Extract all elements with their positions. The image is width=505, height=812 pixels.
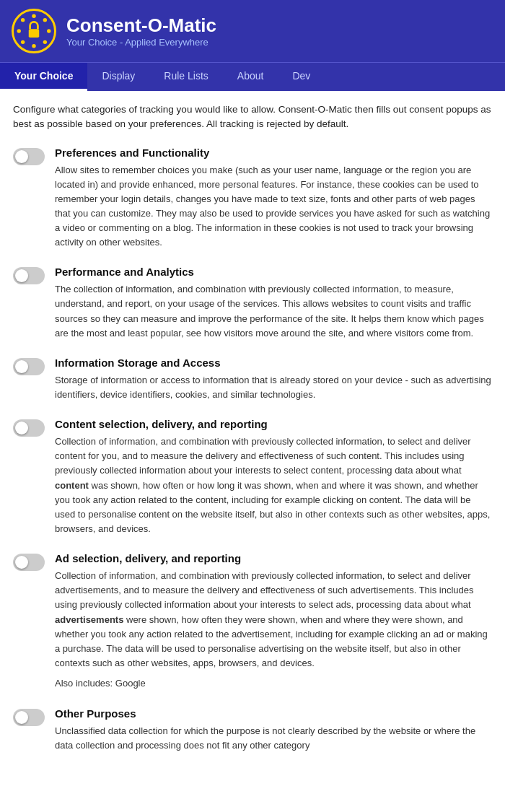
toggle-content[interactable]: [13, 419, 45, 437]
toggle-switch-storage[interactable]: [13, 358, 45, 375]
main-content: Configure what categories of tracking yo…: [0, 91, 505, 786]
svg-point-2: [47, 29, 50, 32]
toggle-switch-preferences[interactable]: [13, 148, 45, 165]
app-title: Consent-O-Matic: [66, 14, 216, 37]
logo: [12, 9, 56, 53]
category-storage: Information Storage and Access Storage o…: [13, 357, 492, 402]
category-body-ads: Ad selection, delivery, and reporting Co…: [55, 552, 492, 691]
category-other: Other Purposes Unclassified data collect…: [13, 707, 492, 753]
svg-point-6: [17, 29, 21, 32]
toggle-performance[interactable]: [13, 267, 45, 284]
svg-point-7: [21, 18, 25, 22]
header: Consent-O-Matic Your Choice - Applied Ev…: [0, 0, 505, 62]
toggle-switch-ads[interactable]: [13, 554, 45, 571]
category-desc-other: Unclassified data collection for which t…: [55, 724, 492, 753]
category-body-other: Other Purposes Unclassified data collect…: [55, 707, 492, 753]
intro-text: Configure what categories of tracking yo…: [13, 102, 492, 132]
category-ads: Ad selection, delivery, and reporting Co…: [13, 552, 492, 691]
toggle-other[interactable]: [13, 709, 45, 726]
desc-bold-ads: advertisements: [55, 614, 123, 625]
nav-about[interactable]: About: [223, 63, 278, 91]
toggle-switch-other[interactable]: [13, 709, 45, 726]
svg-point-5: [21, 40, 25, 44]
category-preferences: Preferences and Functionality Allow site…: [13, 147, 492, 250]
toggle-ads[interactable]: [13, 554, 45, 571]
svg-point-4: [32, 44, 35, 48]
app-subtitle: Your Choice - Applied Everywhere: [66, 37, 216, 48]
svg-point-1: [43, 18, 47, 22]
desc-bold-content: content: [55, 480, 89, 491]
category-desc-storage: Storage of information or access to info…: [55, 373, 492, 402]
svg-rect-8: [29, 29, 39, 38]
category-body-performance: Performance and Analytics The collection…: [55, 266, 492, 341]
also-includes-ads: Also includes: Google: [55, 676, 492, 691]
category-desc-ads: Collection of information, and combinati…: [55, 569, 492, 671]
svg-point-3: [43, 40, 47, 44]
category-title-content: Content selection, delivery, and reporti…: [55, 418, 492, 430]
toggle-switch-performance[interactable]: [13, 267, 45, 284]
category-body-preferences: Preferences and Functionality Allow site…: [55, 147, 492, 250]
nav-your-choice[interactable]: Your Choice: [0, 63, 87, 91]
category-title-storage: Information Storage and Access: [55, 357, 492, 369]
category-body-storage: Information Storage and Access Storage o…: [55, 357, 492, 402]
desc-before-ads: Collection of information, and combinati…: [55, 570, 474, 610]
category-desc-performance: The collection of information, and combi…: [55, 282, 492, 341]
category-title-ads: Ad selection, delivery, and reporting: [55, 552, 492, 564]
desc-before-content: Collection of information, and combinati…: [55, 436, 471, 476]
category-desc-preferences: Allow sites to remember choices you make…: [55, 163, 492, 250]
category-desc-content: Collection of information, and combinati…: [55, 435, 492, 536]
header-text: Consent-O-Matic Your Choice - Applied Ev…: [66, 14, 216, 48]
category-title-other: Other Purposes: [55, 707, 492, 720]
toggle-storage[interactable]: [13, 358, 45, 375]
category-content: Content selection, delivery, and reporti…: [13, 418, 492, 536]
category-title-performance: Performance and Analytics: [55, 266, 492, 278]
nav: Your Choice Display Rule Lists About Dev: [0, 62, 505, 91]
svg-point-0: [32, 14, 35, 18]
desc-after-content: was shown, how often or how long it was …: [55, 480, 490, 534]
toggle-preferences[interactable]: [13, 148, 45, 165]
nav-dev[interactable]: Dev: [278, 63, 325, 91]
category-body-content: Content selection, delivery, and reporti…: [55, 418, 492, 536]
nav-display[interactable]: Display: [87, 63, 149, 91]
category-title-preferences: Preferences and Functionality: [55, 147, 492, 159]
nav-rule-lists[interactable]: Rule Lists: [149, 63, 222, 91]
category-performance: Performance and Analytics The collection…: [13, 266, 492, 341]
toggle-switch-content[interactable]: [13, 419, 45, 437]
